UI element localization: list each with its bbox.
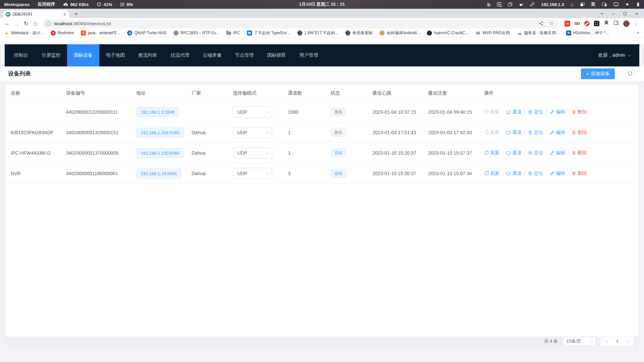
side-panel-icon[interactable]	[613, 20, 619, 27]
bookmark-star-icon[interactable]: ☆	[548, 20, 555, 27]
locate-button[interactable]: 定位	[528, 170, 543, 176]
bookmark-item[interactable]: W WVP-PRO文档	[476, 30, 510, 36]
phone-link-icon[interactable]	[602, 2, 607, 7]
nav-item[interactable]: 控制台	[7, 44, 35, 66]
back-button[interactable]: ←	[3, 19, 12, 28]
channels-button[interactable]: 通道	[506, 150, 522, 156]
json-viewer-extension-icon[interactable]: JS	[564, 21, 570, 27]
clipboard-tray-icon[interactable]	[508, 2, 512, 7]
next-page-button[interactable]: ›	[622, 339, 632, 344]
screenshot-extension-icon[interactable]	[594, 21, 599, 26]
bing-tray-icon[interactable]: b	[487, 2, 490, 7]
stream-mode-select[interactable]: UDP	[233, 168, 272, 179]
refresh-device-button[interactable]: 刷新	[484, 109, 500, 115]
screenshot-app-tray-icon[interactable]	[497, 2, 501, 7]
refresh-list-button[interactable]	[625, 68, 635, 79]
edit-button[interactable]: 编辑	[550, 170, 565, 176]
bookmark-item[interactable]: R Redmine	[51, 31, 74, 36]
page-size-select[interactable]: 15条/页	[563, 337, 596, 346]
input-method-indicator[interactable]: 英	[591, 1, 595, 7]
restore-button[interactable]	[619, 9, 631, 18]
add-device-button[interactable]: + 添加设备	[581, 68, 615, 79]
bookmark-item[interactable]: RFC2833 – RTP Ev...	[174, 31, 219, 36]
site-info-icon[interactable]: i	[46, 21, 51, 26]
stream-mode-select[interactable]: UDP	[233, 147, 272, 159]
workspaces-button[interactable]: Workspaces	[4, 2, 30, 7]
nav-item[interactable]: 国标级联	[260, 44, 293, 66]
locate-button[interactable]: 定位	[528, 130, 543, 136]
delete-button[interactable]: 删除	[572, 130, 587, 136]
current-page-button[interactable]: 1	[612, 339, 622, 344]
extensions-puzzle-icon[interactable]	[604, 20, 609, 27]
share-icon[interactable]	[537, 20, 545, 27]
browser-tab[interactable]: 国标28181 ×	[3, 10, 69, 18]
tab-search-button[interactable]	[596, 9, 607, 18]
bookmark-item[interactable]: ☁ 服务器 - 轻量应用...	[517, 30, 559, 36]
channels-button[interactable]: 通道	[506, 170, 522, 176]
browser-menu-icon[interactable]: ⋮	[634, 21, 639, 26]
address-bar[interactable]: i localhost:38080/#/deviceList ☆	[42, 19, 559, 28]
close-window-button[interactable]: ×	[631, 9, 643, 18]
bookmarks-overflow-button[interactable]: »	[637, 30, 639, 35]
bookmark-item[interactable]: 知 了不起的 TypeScri...	[247, 30, 290, 36]
locate-button[interactable]: 定位	[528, 109, 543, 115]
nav-item[interactable]: 分屏监控	[35, 44, 67, 66]
bookmark-item[interactable]: Q QNAP Turbo NAS	[127, 31, 166, 36]
nav-item[interactable]: 电子地图	[99, 44, 132, 66]
refresh-device-button[interactable]: 刷新	[484, 150, 500, 156]
bookmark-item[interactable]: 免登录复制	[345, 30, 373, 36]
nav-item[interactable]: 用户管理	[293, 44, 325, 66]
profile-avatar[interactable]	[623, 20, 630, 27]
edit-button[interactable]: 编辑	[550, 109, 565, 115]
volume-icon[interactable]	[625, 2, 630, 7]
reload-button[interactable]: ↻	[21, 19, 31, 28]
bookmark-item[interactable]: IPC	[226, 31, 240, 35]
refresh-device-button[interactable]: 刷新	[484, 170, 500, 176]
refresh-device-button[interactable]: 刷新	[484, 130, 500, 136]
cpu-usage-indicator[interactable]: 41%	[97, 2, 112, 7]
bookmark-item[interactable]: ◈ Webstack - 设计...	[4, 30, 44, 36]
stream-mode-select[interactable]: UDP	[233, 127, 272, 138]
home-tray-icon[interactable]: ⌂	[571, 2, 574, 7]
delete-button[interactable]: 删除	[572, 150, 587, 156]
channels-button[interactable]: 通道	[506, 130, 522, 136]
glasses-extension-icon[interactable]	[575, 20, 580, 27]
applications-menu-button[interactable]: 应用程序	[38, 1, 55, 7]
workspaces-switcher-icon[interactable]	[580, 2, 585, 7]
nav-item[interactable]: 推流列表	[132, 44, 164, 66]
new-tab-button[interactable]: +	[72, 10, 81, 18]
channels-button[interactable]: 通道	[506, 109, 522, 115]
adblock-extension-icon[interactable]	[584, 21, 590, 26]
color-picker-tray-icon[interactable]	[530, 2, 535, 7]
memory-usage-indicator[interactable]: 8%	[120, 2, 133, 7]
user-menu[interactable]: 欢迎，admin	[598, 52, 639, 58]
prev-page-button[interactable]: ‹	[602, 339, 612, 344]
bookmark-label: Redmine	[58, 31, 74, 35]
clock-button[interactable]: 1月10日 星期二 15：21	[299, 1, 345, 7]
stream-mode-select[interactable]: UDP	[233, 106, 272, 118]
bookmark-item[interactable]: 如何编译Android...	[380, 30, 420, 36]
nav-item[interactable]: 云端录像	[196, 44, 228, 66]
tab-close-icon[interactable]: ×	[63, 12, 66, 17]
nav-item[interactable]: 拉流代理	[164, 44, 196, 66]
edit-button[interactable]: 编辑	[550, 150, 565, 156]
bookmark-item[interactable]: N HDAtmos :: 种子 *...	[566, 30, 609, 36]
divider	[568, 110, 568, 114]
minimize-button[interactable]: –	[607, 9, 619, 18]
forward-button[interactable]: →	[12, 19, 21, 28]
coffee-tray-icon[interactable]	[519, 2, 524, 7]
edit-button[interactable]: 编辑	[550, 130, 565, 136]
locate-button[interactable]: 定位	[528, 150, 543, 156]
bookmark-item[interactable]: hairrrrr/C-CrashC...	[427, 31, 468, 36]
nav-item[interactable]: 国标设备	[67, 44, 99, 66]
network-speed-indicator[interactable]: 962 KB/s	[63, 2, 89, 7]
bookmark-item[interactable]: 1.8W字|了不起的...	[297, 30, 338, 36]
ip-address-indicator[interactable]: 192.168.1.3	[541, 2, 564, 7]
nav-item[interactable]: 节点管理	[228, 44, 260, 66]
battery-icon[interactable]	[636, 2, 640, 7]
delete-button[interactable]: 删除	[572, 109, 587, 115]
display-icon[interactable]	[613, 2, 619, 7]
delete-button[interactable]: 删除	[572, 170, 587, 176]
bookmark-item[interactable]: C java、android可...	[81, 30, 120, 36]
home-button[interactable]: ⌂	[31, 19, 40, 28]
